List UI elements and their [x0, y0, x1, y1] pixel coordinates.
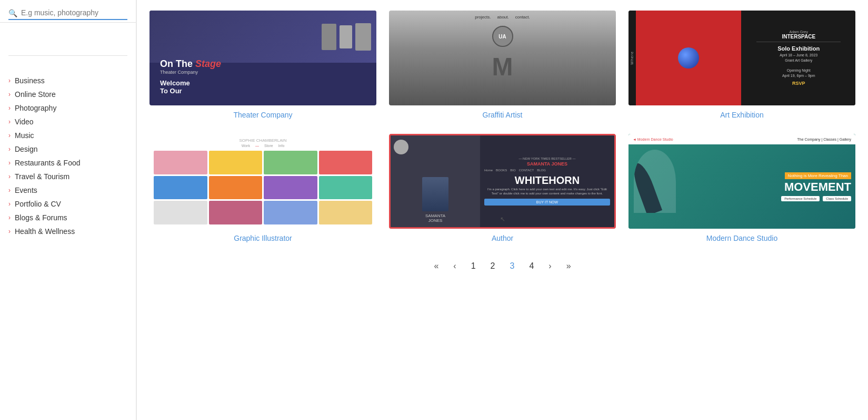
- chevron-icon: ›: [8, 214, 11, 221]
- template-name-author: Author: [389, 234, 616, 242]
- chevron-icon: ›: [8, 173, 11, 180]
- category-item-photography[interactable]: ›Photography: [0, 101, 136, 115]
- category-label: Portfolio & CV: [15, 200, 61, 208]
- view-by-section: [0, 23, 136, 50]
- category-item-blogs-forums[interactable]: ›Blogs & Forums: [0, 211, 136, 224]
- template-thumbnail-graphic-illustrator: SOPHIE CHAMBERLAIN Work—StoreInfo: [149, 134, 376, 229]
- category-label: Photography: [15, 104, 56, 112]
- category-label: Business: [15, 76, 45, 85]
- category-item-music[interactable]: ›Music: [0, 129, 136, 142]
- chevron-icon: ›: [8, 118, 11, 125]
- page-1-button[interactable]: 1: [467, 259, 480, 273]
- template-name-art-exhibition: Art Exhibition: [628, 111, 855, 119]
- blank-templates-button[interactable]: [8, 43, 127, 48]
- category-label: Travel & Tourism: [15, 172, 69, 181]
- category-label: Online Store: [15, 90, 56, 99]
- category-item-business[interactable]: ›Business: [0, 74, 136, 87]
- templates-grid: On The Stage Theater Company WelcomeTo O…: [149, 11, 855, 242]
- template-name-graphic-illustrator: Graphic Illustrator: [149, 234, 376, 242]
- chevron-icon: ›: [8, 200, 11, 208]
- category-item-online-store[interactable]: ›Online Store: [0, 87, 136, 101]
- template-thumbnail-author: SAMANTAJONES — NEW YORK TIMES BESTSELLER…: [389, 134, 616, 229]
- search-input[interactable]: [8, 6, 127, 20]
- chevron-icon: ›: [8, 77, 11, 84]
- main-content: On The Stage Theater Company WelcomeTo O…: [137, 0, 868, 420]
- chevron-icon: ›: [8, 187, 11, 194]
- category-label: Music: [15, 131, 34, 140]
- template-card-author[interactable]: SAMANTAJONES — NEW YORK TIMES BESTSELLER…: [389, 134, 616, 242]
- chevron-icon: ›: [8, 159, 11, 167]
- category-label: Design: [15, 145, 38, 153]
- template-thumbnail-theater-company: On The Stage Theater Company WelcomeTo O…: [149, 11, 376, 105]
- template-name-modern-dance-studio: Modern Dance Studio: [628, 234, 855, 242]
- category-item-health-wellness[interactable]: ›Health & Wellness: [0, 224, 136, 238]
- category-item-video[interactable]: ›Video: [0, 115, 136, 129]
- prev-page-button[interactable]: ‹: [449, 259, 460, 273]
- sidebar: 🔍 ›Business›Online Store›Photography›Vid…: [0, 0, 137, 420]
- chevron-icon: ›: [8, 104, 11, 112]
- new-button[interactable]: [8, 32, 127, 37]
- see-all-templates-button[interactable]: [0, 67, 136, 74]
- category-item-events[interactable]: ›Events: [0, 183, 136, 197]
- category-item-travel-tourism[interactable]: ›Travel & Tourism: [0, 170, 136, 183]
- category-label: Restaurants & Food: [15, 159, 81, 167]
- template-name-theater-company: Theater Company: [149, 111, 376, 119]
- category-item-design[interactable]: ›Design: [0, 142, 136, 156]
- next-page-button[interactable]: ›: [544, 259, 555, 273]
- first-page-button[interactable]: «: [430, 259, 443, 273]
- chevron-icon: ›: [8, 145, 11, 153]
- last-page-button[interactable]: »: [562, 259, 575, 273]
- chevron-icon: ›: [8, 132, 11, 139]
- page-3-button[interactable]: 3: [506, 259, 519, 273]
- category-label: Blogs & Forums: [15, 213, 67, 222]
- category-item-portfolio-cv[interactable]: ›Portfolio & CV: [0, 197, 136, 211]
- sidebar-divider: [8, 55, 127, 56]
- template-card-graffiti-artist[interactable]: projects. about. contact. UA M Graffiti …: [389, 11, 616, 119]
- template-card-graphic-illustrator[interactable]: SOPHIE CHAMBERLAIN Work—StoreInfo Graphi…: [149, 134, 376, 242]
- search-wrapper: 🔍: [8, 6, 127, 20]
- template-thumbnail-modern-dance-studio: ◄ Modern Dance Studio The Company | Clas…: [628, 134, 855, 229]
- category-label: Health & Wellness: [15, 227, 75, 236]
- template-thumbnail-graffiti-artist: projects. about. contact. UA M: [389, 11, 616, 105]
- most-popular-button[interactable]: [8, 37, 127, 43]
- template-card-modern-dance-studio[interactable]: ◄ Modern Dance Studio The Company | Clas…: [628, 134, 855, 242]
- category-label: Video: [15, 118, 34, 126]
- categories-heading: [0, 61, 136, 67]
- search-section: 🔍: [0, 0, 136, 23]
- template-card-art-exhibition[interactable]: Where Adam GreyINTERSPACE Solo Exhibitio…: [628, 11, 855, 119]
- template-thumbnail-art-exhibition: Where Adam GreyINTERSPACE Solo Exhibitio…: [628, 11, 855, 105]
- chevron-icon: ›: [8, 91, 11, 98]
- category-label: Events: [15, 186, 37, 194]
- template-name-graffiti-artist: Graffiti Artist: [389, 111, 616, 119]
- categories-list: ›Business›Online Store›Photography›Video…: [0, 74, 136, 238]
- template-card-theater-company[interactable]: On The Stage Theater Company WelcomeTo O…: [149, 11, 376, 119]
- chevron-icon: ›: [8, 228, 11, 235]
- category-item-restaurants-food[interactable]: ›Restaurants & Food: [0, 156, 136, 170]
- page-2-button[interactable]: 2: [486, 259, 500, 273]
- page-4-button[interactable]: 4: [525, 259, 538, 273]
- pagination: « ‹ 1 2 3 4 › »: [149, 259, 855, 284]
